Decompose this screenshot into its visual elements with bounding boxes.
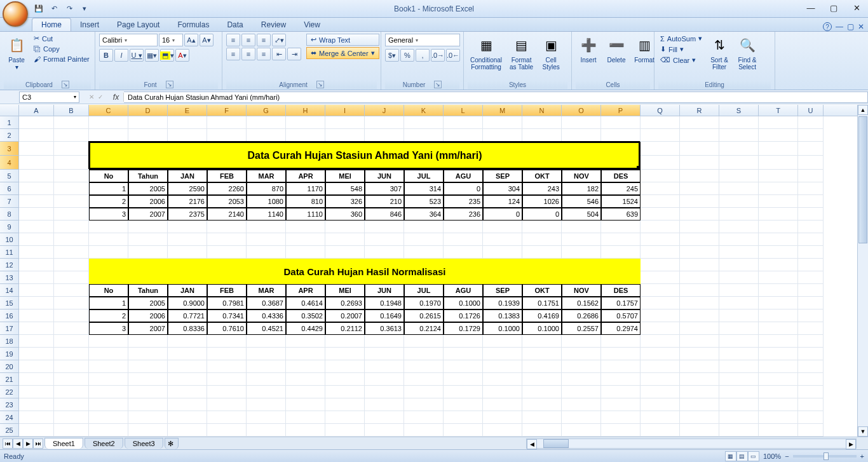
cell-G15[interactable]: 0.3687 [247,297,286,309]
cell-E7[interactable]: 2176 [168,195,207,208]
cell-U15[interactable] [798,297,824,309]
cell-L11[interactable] [444,246,483,259]
cell-J25[interactable] [365,424,404,437]
cell-P5[interactable]: DES [601,170,641,182]
cell-M22[interactable] [483,386,522,398]
cell-C11[interactable] [89,246,128,259]
format-as-table-button[interactable]: ▤Format as Table [507,34,536,72]
align-bottom-button[interactable]: ≡ [257,34,271,46]
cell-T6[interactable] [759,182,798,195]
cell-P7[interactable]: 1524 [601,195,641,208]
cell-S18[interactable] [719,335,759,348]
cell-U17[interactable] [798,322,824,335]
column-header-E[interactable]: E [168,105,207,116]
cell-M7[interactable]: 124 [483,195,522,208]
comma-button[interactable]: , [416,49,430,62]
cell-P24[interactable] [601,411,641,424]
cell-T15[interactable] [759,297,798,309]
cell-S1[interactable] [719,116,759,129]
cell-F22[interactable] [207,386,247,398]
cell-C9[interactable] [89,221,128,233]
column-header-T[interactable]: T [759,105,798,116]
row-header-13[interactable]: 13 [0,271,19,284]
cell-D11[interactable] [128,246,168,259]
cell-F1[interactable] [207,116,247,129]
underline-button[interactable]: U ▾ [130,49,144,62]
cell-A17[interactable] [19,322,54,335]
cell-Q24[interactable] [641,411,680,424]
merge-center-button[interactable]: ⬌Merge & Center ▾ [306,47,379,59]
cell-M20[interactable] [483,360,522,373]
font-name-combo[interactable]: Calibri▾ [99,34,158,46]
select-all-corner[interactable] [0,105,19,116]
row-header-3[interactable]: 3 [0,142,19,156]
cell-M24[interactable] [483,411,522,424]
cell-L10[interactable] [444,233,483,246]
row-header-9[interactable]: 9 [0,221,19,233]
clear-button[interactable]: ⌫Clear ▾ [658,55,704,65]
cell-R12[interactable] [680,259,719,271]
formula-bar[interactable]: Data Curah Hujan Stasiun Ahmad Yani (mm/… [124,92,868,103]
cell-M8[interactable]: 0 [483,208,522,221]
cell-C23[interactable] [89,398,128,411]
cell-Q14[interactable] [641,284,680,297]
row-header-14[interactable]: 14 [0,284,19,297]
qat-save[interactable]: 💾 [32,3,46,15]
cell-U1[interactable] [798,116,824,129]
alignment-dialog-launcher[interactable]: ↘ [316,81,324,88]
row-header-12[interactable]: 12 [0,259,19,271]
font-size-combo[interactable]: 16▾ [159,34,183,46]
cell-E11[interactable] [168,246,207,259]
cell-K15[interactable]: 0.1970 [404,297,444,309]
cell-S2[interactable] [719,129,759,142]
cell-N10[interactable] [522,233,562,246]
cell-L17[interactable]: 0.1729 [444,322,483,335]
cell-K24[interactable] [404,411,444,424]
cell-D17[interactable]: 2007 [128,322,168,335]
cell-D8[interactable]: 2007 [128,208,168,221]
cell-Q12[interactable] [641,259,680,271]
cell-G8[interactable]: 1140 [247,208,286,221]
cell-C1[interactable] [89,116,128,129]
cell-Q19[interactable] [641,348,680,360]
cell-J23[interactable] [365,398,404,411]
fx-icon[interactable]: fx [109,93,124,102]
column-header-S[interactable]: S [719,105,759,116]
cell-I17[interactable]: 0.2112 [325,322,365,335]
cell-A16[interactable] [19,309,54,322]
cell-A23[interactable] [19,398,54,411]
cell-E24[interactable] [168,411,207,424]
cell-J9[interactable] [365,221,404,233]
cell-N1[interactable] [522,116,562,129]
cell-C6[interactable]: 1 [89,182,128,195]
cell-C19[interactable] [89,348,128,360]
workbook-close-icon[interactable]: ✕ [858,22,864,31]
cell-U9[interactable] [798,221,824,233]
delete-cells-button[interactable]: ➖Delete [604,34,629,65]
cell-N5[interactable]: OKT [522,170,562,182]
cell-A15[interactable] [19,297,54,309]
zoom-in-button[interactable]: + [860,452,864,460]
cell-Q17[interactable] [641,322,680,335]
cell-B12[interactable] [54,259,89,271]
cell-G6[interactable]: 870 [247,182,286,195]
tab-data[interactable]: Data [218,18,252,31]
cell-M15[interactable]: 0.1939 [483,297,522,309]
cell-O17[interactable]: 0.2557 [562,322,601,335]
cell-U14[interactable] [798,284,824,297]
cell-Q4[interactable] [641,156,680,170]
cell-G20[interactable] [247,360,286,373]
column-header-P[interactable]: P [601,105,641,116]
cell-Q5[interactable] [641,170,680,182]
column-header-J[interactable]: J [365,105,404,116]
cell-S9[interactable] [719,221,759,233]
cell-Q9[interactable] [641,221,680,233]
cell-D9[interactable] [128,221,168,233]
cell-Q10[interactable] [641,233,680,246]
cell-O8[interactable]: 504 [562,208,601,221]
cell-D16[interactable]: 2006 [128,309,168,322]
column-header-U[interactable]: U [798,105,824,116]
cell-S24[interactable] [719,411,759,424]
cell-U11[interactable] [798,246,824,259]
maximize-button[interactable]: ▢ [825,1,843,14]
